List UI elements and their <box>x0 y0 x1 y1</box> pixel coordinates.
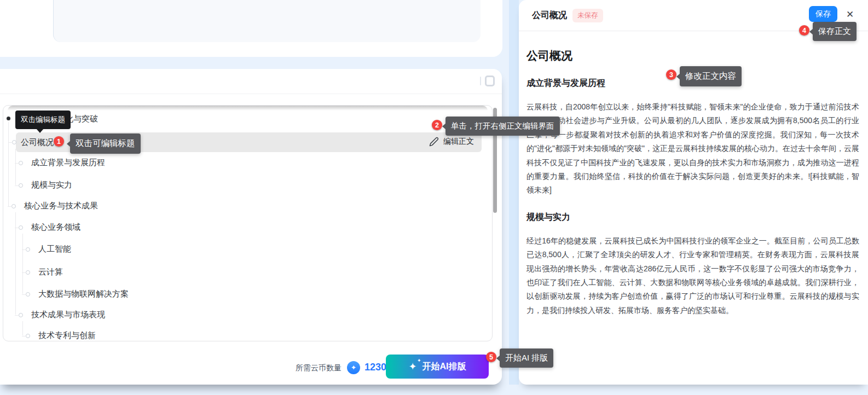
outline-item[interactable]: 技术成果与市场表现 <box>31 310 105 320</box>
outline-item-label[interactable]: 公司概况 <box>21 137 54 148</box>
callout-tooltip-2: 单击，打开右侧正文编辑界面 <box>445 117 560 136</box>
pencil-icon <box>429 137 439 147</box>
unsaved-status-badge: 未保存 <box>572 9 603 22</box>
outline-item[interactable]: 核心业务与技术成果 <box>24 201 98 211</box>
coin-cost-label: 所需云币数量 <box>296 363 342 373</box>
tree-node-circle-icon <box>19 183 23 188</box>
section-paragraph[interactable]: 经过16年的稳健发展，云展科技已成长为中国科技行业的领军企业之一。截至目前，公司… <box>526 234 859 317</box>
callout-badge-3: 3 <box>666 69 676 80</box>
start-ai-layout-label: 开始AI排版 <box>423 361 466 373</box>
article-title: 公司概况 <box>526 48 859 63</box>
start-ai-layout-button[interactable]: ✦ 开始AI排版 <box>386 355 489 379</box>
outline-item[interactable]: 人工智能 <box>38 244 71 254</box>
coin-amount: 1230 <box>364 362 386 373</box>
card-header-divider <box>0 94 502 94</box>
callout-tooltip-4: 保存正文 <box>813 22 857 41</box>
tree-root-bullet-icon <box>7 117 10 120</box>
edit-body-button[interactable]: 编辑正文 <box>429 137 474 147</box>
sparkle-icon: ✦ <box>408 361 416 373</box>
outline-item[interactable]: 云计算 <box>38 267 63 277</box>
editor-panel-title: 公司概况 <box>532 10 567 21</box>
outline-item[interactable]: 大数据与物联网解决方案 <box>38 289 129 299</box>
callout-tooltip-5: 开始AI 排版 <box>500 348 553 368</box>
tree-connector-line <box>22 321 23 335</box>
tree-connector-line <box>15 149 16 185</box>
edit-title-tooltip: 双击编辑标题 <box>15 111 71 129</box>
outline-item[interactable]: 成立背景与发展历程 <box>31 158 105 168</box>
tree-node-circle-icon <box>26 270 30 275</box>
tree-node-circle-icon <box>19 313 23 317</box>
tree-node-circle-icon <box>19 161 23 165</box>
frame-toggle-icon[interactable] <box>485 75 495 86</box>
save-button[interactable]: 保存 <box>809 6 837 22</box>
section-heading: 规模与实力 <box>526 212 859 223</box>
tree-connector-line <box>22 234 23 294</box>
tree-node-circle-icon <box>26 334 30 338</box>
tree-node-circle-icon <box>19 225 23 230</box>
outline-item[interactable]: 技术专利与创新 <box>38 330 96 341</box>
callout-badge-2: 2 <box>432 120 442 130</box>
panel-gap-band <box>509 0 519 385</box>
section-paragraph[interactable]: 云展科技，自2008年创立以来，始终秉持"科技赋能，智领未来"的企业使命，致力于… <box>526 100 859 198</box>
coin-icon: ✦ <box>347 361 360 374</box>
top-toolbar-inner-panel <box>53 0 481 42</box>
tree-node-circle-icon <box>26 292 30 297</box>
callout-badge-5: 5 <box>486 352 496 362</box>
callout-badge-1: 1 <box>54 136 64 147</box>
tree-node-circle-icon <box>26 247 30 252</box>
tree-connector-line <box>8 122 9 207</box>
tree-node-circle-icon <box>11 204 16 208</box>
close-icon[interactable]: ✕ <box>843 8 857 21</box>
outline-item[interactable]: 核心业务领域 <box>31 222 80 233</box>
edit-body-label: 编辑正文 <box>443 137 474 147</box>
callout-badge-4: 4 <box>799 25 809 36</box>
outline-item[interactable]: 规模与实力 <box>31 180 72 190</box>
callout-tooltip-1: 双击可编辑标题 <box>70 133 141 154</box>
app-root: 化与突破 双击编辑标题 公司概况 编辑正文 成立背景与发展历程 规模与实力 核心… <box>0 0 868 395</box>
header-divider-line <box>480 77 481 85</box>
callout-tooltip-3: 修改正文内容 <box>680 66 742 86</box>
tree-node-circle-icon <box>12 140 16 144</box>
